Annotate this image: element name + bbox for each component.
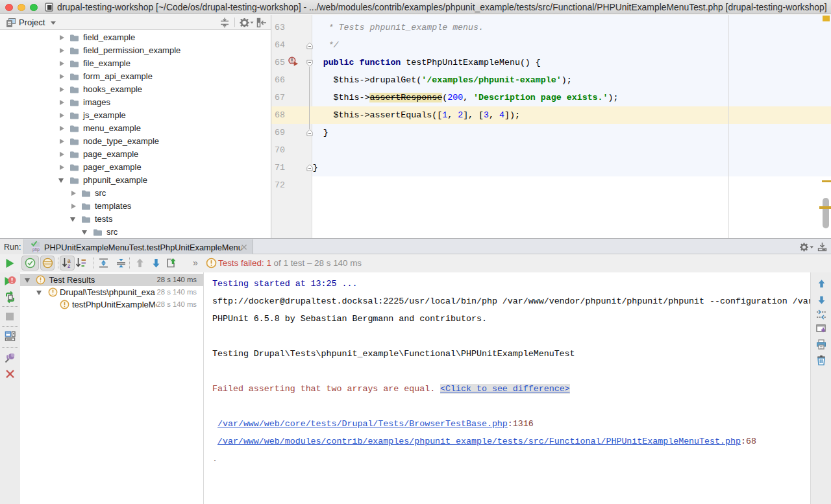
svg-text:z: z <box>68 263 70 269</box>
svg-text:php: php <box>32 247 40 252</box>
